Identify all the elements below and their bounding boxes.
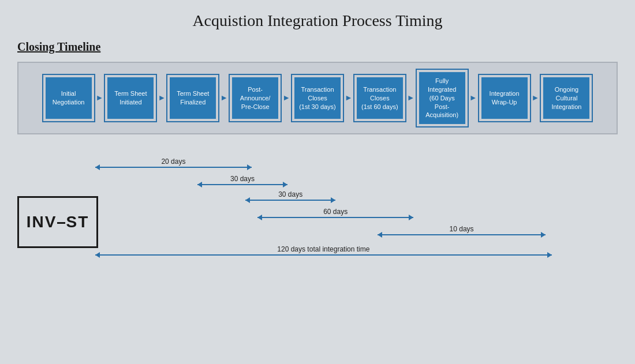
duration-arrow-5 <box>95 254 551 256</box>
step-inner-6: Fully Integrated (60 Days Post- Acquisit… <box>419 72 465 124</box>
duration-label-0: 20 days <box>161 157 185 166</box>
section-title: Closing Timeline <box>17 40 618 54</box>
timeline-arrow-7: ► <box>469 94 477 102</box>
step-inner-0: Initial Negotiation <box>46 77 92 119</box>
step-box-3: Post- Announce/ Pre-Close <box>229 74 282 122</box>
timeline-step-4: ►Transaction Closes (1st 30 days) <box>282 74 344 122</box>
step-box-8: Ongoing Cultural Integration <box>540 74 593 122</box>
step-box-0: Initial Negotiation <box>42 74 95 122</box>
step-inner-2: Term Sheet Finalized <box>170 77 216 119</box>
step-inner-3: Post- Announce/ Pre-Close <box>232 77 278 119</box>
duration-arrow-2 <box>245 200 335 201</box>
duration-label-2: 30 days <box>278 190 302 198</box>
page: Acquistion Integration Process Timing Cl… <box>0 0 635 364</box>
timeline-step-7: ►Integration Wrap-Up <box>469 74 531 122</box>
timeline-step-1: ►Term Sheet Initiated <box>95 74 158 122</box>
step-box-6: Fully Integrated (60 Days Post- Acquisit… <box>416 69 469 127</box>
duration-label-3: 60 days <box>323 208 348 216</box>
step-box-5: Transaction Closes (1st 60 days) <box>353 74 406 122</box>
timeline-step-6: ►Fully Integrated (60 Days Post- Acquisi… <box>406 69 469 127</box>
timeline-step-8: ►Ongoing Cultural Integration <box>531 74 593 122</box>
step-inner-5: Transaction Closes (1st 60 days) <box>357 77 403 119</box>
duration-arrow-0 <box>95 167 251 168</box>
timeline-step-5: ►Transaction Closes (1st 60 days) <box>344 74 406 122</box>
timeline-arrow-6: ► <box>407 94 415 102</box>
step-box-1: Term Sheet Initiated <box>104 74 157 122</box>
main-title: Acquistion Integration Process Timing <box>17 12 618 30</box>
timeline-step-2: ►Term Sheet Finalized <box>157 74 219 122</box>
durations-area: 20 days30 days30 days60 days10 days120 d… <box>17 145 618 260</box>
duration-label-1: 30 days <box>230 175 255 183</box>
step-box-4: Transaction Closes (1st 30 days) <box>291 74 344 122</box>
step-box-2: Term Sheet Finalized <box>166 74 219 122</box>
timeline-arrow-3: ► <box>220 94 228 102</box>
step-box-7: Integration Wrap-Up <box>478 74 531 122</box>
step-inner-7: Integration Wrap-Up <box>481 77 528 119</box>
timeline-step-3: ►Post- Announce/ Pre-Close <box>219 74 282 122</box>
step-inner-4: Transaction Closes (1st 30 days) <box>294 77 341 119</box>
step-inner-8: Ongoing Cultural Integration <box>543 77 589 119</box>
duration-arrow-4 <box>378 234 546 235</box>
duration-arrow-1 <box>197 184 287 185</box>
timeline-arrow-1: ► <box>96 94 104 102</box>
duration-label-5: 120 days total integration time <box>277 245 369 253</box>
timeline-container: Initial Negotiation►Term Sheet Initiated… <box>17 62 618 134</box>
timeline-arrow-5: ► <box>345 94 353 102</box>
timeline-arrow-8: ► <box>532 94 540 102</box>
timeline-arrow-2: ► <box>158 94 166 102</box>
duration-label-4: 10 days <box>450 225 474 233</box>
duration-arrow-3 <box>257 217 413 218</box>
timeline-arrow-4: ► <box>282 94 290 102</box>
timeline-step-0: Initial Negotiation <box>42 74 95 122</box>
step-inner-1: Term Sheet Initiated <box>107 77 154 119</box>
